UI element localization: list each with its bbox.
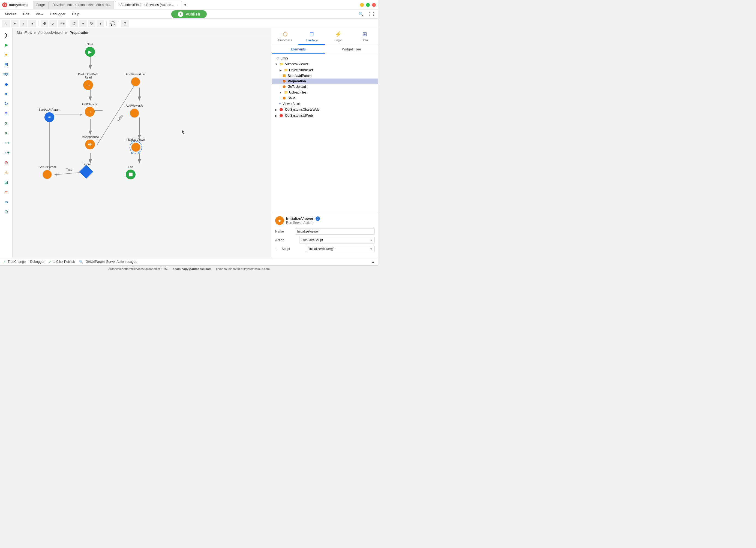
tab-bar: Forge Development - personal-dihna8tb.ou… [33,1,358,9]
prop-help-icon[interactable]: ? [316,217,320,221]
sidebar-excel1[interactable]: X [2,119,11,128]
tab-logic[interactable]: ⚡ Logic [325,28,352,45]
breadcrumb-viewer[interactable]: AutodeskViewer [38,31,64,35]
sidebar-run[interactable]: ▶ [2,40,11,49]
autodesk-viewer-expand[interactable]: ▼ [274,62,278,66]
sidebar-data[interactable]: ⊂ [2,188,11,196]
node-add-viewer-css[interactable]: AddViewerCss [126,73,145,87]
forward-dropdown[interactable]: ▾ [28,20,36,27]
status-expand-icon[interactable]: ▲ [371,260,375,264]
sub-tab-elements[interactable]: Elements [272,45,325,54]
forward-button[interactable]: › [20,20,27,27]
node-add-viewer-js[interactable]: AddViewerJs [126,104,143,118]
apps-icon[interactable]: ⋮⋮ [367,11,376,17]
tree-item-preparation[interactable]: Preparation [272,79,378,84]
publish-label: Publish [185,12,200,16]
sidebar-diamond[interactable]: ◆ [2,80,11,88]
prop-name-input[interactable] [295,228,375,235]
node-get-objects[interactable]: GetObjects → [82,103,97,117]
tab-processes[interactable]: ⬡ Processes [272,28,298,45]
sidebar-refresh[interactable]: ↻ [2,99,11,108]
add-node-button[interactable]: ↗+ [58,20,66,27]
node-start[interactable]: Start ▶ [85,43,95,57]
back-dropdown[interactable]: ▾ [11,20,19,27]
node-if-more[interactable]: If more [81,163,91,177]
node-get-url-param[interactable]: GetUrlParam [38,165,56,180]
upload-files-expand[interactable]: ▼ [278,90,283,95]
prop-row-script: └ Script "initializeViewer()" [275,246,375,252]
tree-item-save[interactable]: Save [272,95,378,101]
sidebar-equals[interactable]: ≡ [2,109,11,118]
ui-web-expand[interactable]: ▶ [274,113,278,118]
minimize-button[interactable] [360,3,364,7]
status-search[interactable]: 🔍 'GetUrlParam' Server Action usages [79,260,137,264]
sidebar-circle[interactable]: ● [2,89,11,98]
status-debugger[interactable]: Debugger [30,260,44,264]
settings-button[interactable]: ⚙ [41,20,48,27]
tree-item-upload-files[interactable]: ▼ 📁 UploadFiles [272,89,378,95]
objects-expand[interactable]: ▶ [278,68,283,72]
breadcrumb-mainflow[interactable]: MainFlow [17,31,32,35]
redo-button[interactable]: ↻ [88,20,95,27]
sidebar-error[interactable]: ⊝ [2,158,11,167]
tab-close-icon[interactable]: × [177,3,178,7]
status-one-click[interactable]: ✓ 1-Click Publish [49,260,75,264]
tree-item-entry[interactable]: ⊙ Entry [272,55,378,61]
prop-action-select[interactable]: RunJavaScript Other [299,237,375,244]
logic-icon: ⚡ [335,31,342,37]
charts-expand[interactable]: ▶ [274,107,278,112]
redo-dropdown[interactable]: ▾ [97,20,104,27]
deploy-button[interactable]: ↙ [49,20,57,27]
search-status-icon: 🔍 [79,260,83,264]
node-post-token[interactable]: PostTokenDataRead → [78,73,98,90]
node-end[interactable]: End [126,165,136,180]
node-initialize-viewer[interactable]: InitializeViewer [126,138,146,152]
sidebar-grid[interactable]: ⊞ [2,60,11,69]
back-button[interactable]: ‹ [2,20,10,27]
prop-script-select[interactable]: "initializeViewer()" [306,246,375,252]
sidebar-sql[interactable]: SQL [2,70,11,79]
menu-module[interactable]: Module [2,11,19,17]
menu-debugger[interactable]: Debugger [47,11,68,17]
status-true-change[interactable]: ✓ TrueChange [3,260,26,264]
sidebar-add[interactable]: →+ [2,139,11,147]
sidebar-screen[interactable]: ⊡ [2,178,11,187]
tab-dropdown-icon[interactable]: ▼ [184,3,187,7]
tab-development[interactable]: Development - personal-dihna8tb.outs... [49,1,114,9]
elements-tree: ⊙ Entry ▼ 📁 AutodeskViewer ▶ 📁 ObjectsIn… [272,54,378,213]
maximize-button[interactable] [366,3,370,7]
sidebar-warning[interactable]: ⚠ [2,168,11,177]
node-list-append[interactable]: ListAppendAll ⊕ [81,135,99,149]
sidebar-breakpoint[interactable]: ● [2,50,11,59]
help-button[interactable]: ? [121,20,129,27]
sidebar-mail[interactable]: ✉ [2,198,11,206]
menu-view[interactable]: View [33,11,46,17]
tree-item-viewer-block[interactable]: ✦ ViewerBlock [272,101,378,107]
tab-autodesk[interactable]: * AutodeskPlatformServices (Autode... × [115,1,182,9]
menu-edit[interactable]: Edit [20,11,32,17]
undo-button[interactable]: ↺ [70,20,78,27]
sidebar-globe[interactable]: ⊙ [2,207,11,216]
tree-item-go-to-upload[interactable]: GoToUpload [272,84,378,89]
tree-item-start-url[interactable]: StartAtUrlParam [272,73,378,79]
tree-item-charts[interactable]: ▶ OutSystemsChartsWeb [272,107,378,113]
menu-help[interactable]: Help [69,11,82,17]
search-icon[interactable]: 🔍 [358,11,364,17]
tree-item-autodesk-viewer[interactable]: ▼ 📁 AutodeskViewer [272,61,378,67]
sidebar-add2[interactable]: →+ [2,148,11,157]
sub-tab-widget-tree[interactable]: Widget Tree [325,45,378,54]
tree-item-ui-web[interactable]: ▶ OutSystemsUIWeb [272,113,378,119]
tree-item-objects[interactable]: ▶ 📁 ObjectsInBucket [272,67,378,73]
tab-forge[interactable]: Forge [33,1,48,9]
comment-button[interactable]: 💬 [109,20,116,27]
svg-text:False: False [117,114,124,122]
tab-interface[interactable]: □ Interface [298,28,325,45]
node-start-url-param[interactable]: StartAtUrlParam ＝ [38,108,60,122]
title-bar: outsystems Forge Development - personal-… [0,0,378,10]
tab-data[interactable]: ⊞ Data [352,28,378,45]
undo-dropdown[interactable]: ▾ [79,20,87,27]
close-button[interactable] [372,3,376,7]
sidebar-expand[interactable]: ❯ [2,31,11,39]
publish-button[interactable]: 1 Publish [171,10,207,18]
sidebar-excel2[interactable]: X [2,129,11,137]
